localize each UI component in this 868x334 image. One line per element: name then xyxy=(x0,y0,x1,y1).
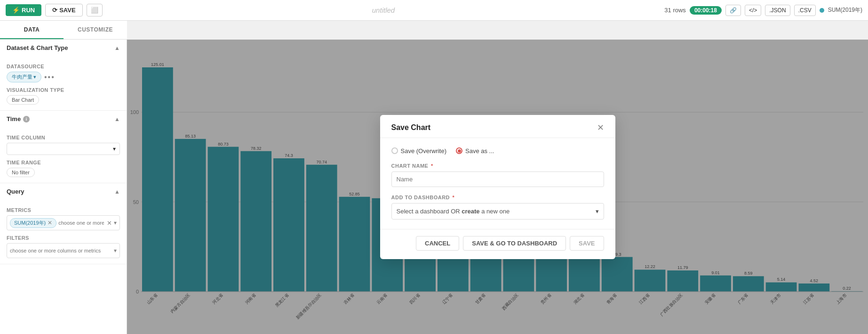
save-go-dashboard-button[interactable]: SAVE & GO TO DASHBOARD xyxy=(463,236,566,251)
link-icon-button[interactable]: 🔗 xyxy=(725,5,741,16)
filters-field[interactable]: ▾ xyxy=(7,243,120,258)
filters-input[interactable] xyxy=(10,248,112,253)
chart-area: 050100125.01山东省85.13内蒙古自治区80.73河北省78.32河… xyxy=(127,40,868,334)
dashboard-select-placeholder: Select a dashboard OR create a new one xyxy=(397,208,510,215)
modal-body: Save (Overwrite) Save as ... CHART NAME … xyxy=(380,138,615,229)
dashboard-label-text: ADD TO DASHBOARD xyxy=(391,195,450,200)
dashboard-select[interactable]: Select a dashboard OR create a new one ▾ xyxy=(391,203,604,220)
tab-data-label: DATA xyxy=(24,26,40,33)
legend-entry: SUM(2019年) xyxy=(820,6,862,14)
time-column-field[interactable]: ▾ xyxy=(7,143,120,155)
modal-footer: CANCEL SAVE & GO TO DASHBOARD SAVE xyxy=(380,229,615,259)
time-section-title: Time xyxy=(7,115,21,122)
metrics-input[interactable] xyxy=(58,220,104,226)
time-range-value: No filter xyxy=(12,170,30,175)
save-button[interactable]: ⟳ SAVE xyxy=(45,4,82,16)
time-column-label: TIME COLUMN xyxy=(7,135,120,140)
time-range-badge[interactable]: No filter xyxy=(7,168,35,177)
sidebar: Dataset & Chart Type ▲ DATASOURCE 牛肉产量 ▾… xyxy=(0,40,127,334)
metrics-label: METRICS xyxy=(7,207,120,213)
chart-name-field-label: CHART NAME * xyxy=(391,163,604,169)
save-chart-modal: Save Chart ✕ Save (Overwrite) Save as ..… xyxy=(380,115,615,259)
top-bar-right: 31 rows 00:00:18 🔗 </> .JSON .CSV SUM(20… xyxy=(664,5,862,16)
chart-name-label-text: CHART NAME xyxy=(391,163,429,169)
vis-type-value: Bar Chart xyxy=(12,97,34,103)
legend-dot xyxy=(820,8,824,13)
chart-name-input[interactable] xyxy=(391,171,604,187)
run-button[interactable]: ⚡ RUN xyxy=(6,4,41,16)
query-chevron-up-icon: ▲ xyxy=(114,188,120,195)
metrics-tag-close-icon[interactable]: ✕ xyxy=(48,220,52,226)
timer-badge: 00:00:18 xyxy=(690,6,722,15)
save-overwrite-radio[interactable] xyxy=(391,147,398,154)
cancel-button[interactable]: CANCEL xyxy=(416,236,459,251)
save-as-option[interactable]: Save as ... xyxy=(456,147,494,155)
time-column-chevron: ▾ xyxy=(113,146,116,152)
save-as-radio[interactable] xyxy=(456,147,462,154)
tab-data[interactable]: DATA xyxy=(0,21,64,39)
modal-title: Save Chart xyxy=(391,123,431,132)
datasource-row: 牛肉产量 ▾ ••• xyxy=(7,72,120,82)
rows-count: 31 rows xyxy=(664,7,686,14)
metrics-tag[interactable]: SUM(2019年) ✕ xyxy=(10,218,56,228)
datasource-value: 牛肉产量 xyxy=(12,73,32,81)
query-section: Query ▲ METRICS SUM(2019年) ✕ ✕ ▾ FILTERS xyxy=(0,183,127,264)
tab-customize[interactable]: CUSTOMIZE xyxy=(64,21,127,39)
filters-label: FILTERS xyxy=(7,235,120,241)
extra-icon-button[interactable]: ⬜ xyxy=(87,4,103,16)
chevron-down-icon: ▾ xyxy=(33,74,36,80)
modal-header: Save Chart ✕ xyxy=(380,115,615,138)
save-label: SAVE xyxy=(59,7,75,14)
datasource-more-icon[interactable]: ••• xyxy=(44,73,55,81)
time-section: Time i ▲ TIME COLUMN ▾ TIME RANGE No fil… xyxy=(0,111,127,183)
json-export-button[interactable]: .JSON xyxy=(765,5,790,16)
chart-name-required-star: * xyxy=(431,163,433,169)
modal-close-button[interactable]: ✕ xyxy=(597,123,604,132)
metrics-tag-label: SUM(2019年) xyxy=(14,220,46,227)
datasource-label: DATASOURCE xyxy=(7,64,120,69)
time-section-content: TIME COLUMN ▾ TIME RANGE No filter xyxy=(0,127,127,183)
metrics-dropdown-icon[interactable]: ▾ xyxy=(114,220,117,226)
save-as-label: Save as ... xyxy=(465,147,494,155)
time-info-icon: i xyxy=(23,116,30,122)
legend-label: SUM(2019年) xyxy=(828,6,862,14)
metrics-field[interactable]: SUM(2019年) ✕ ✕ ▾ xyxy=(7,215,120,230)
dashboard-required-star: * xyxy=(453,195,455,200)
tab-customize-label: CUSTOMIZE xyxy=(78,26,113,33)
vis-type-badge[interactable]: Bar Chart xyxy=(7,95,39,105)
metrics-clear-icon[interactable]: ✕ xyxy=(107,220,112,227)
query-section-content: METRICS SUM(2019年) ✕ ✕ ▾ FILTERS ▾ xyxy=(0,200,127,264)
dashboard-field-label: ADD TO DASHBOARD * xyxy=(391,195,604,200)
dataset-section: Dataset & Chart Type ▲ DATASOURCE 牛肉产量 ▾… xyxy=(0,40,127,111)
datasource-badge[interactable]: 牛肉产量 ▾ xyxy=(7,72,41,82)
dataset-section-title: Dataset & Chart Type xyxy=(7,44,68,51)
dataset-section-content: DATASOURCE 牛肉产量 ▾ ••• VISUALIZATION TYPE… xyxy=(0,56,127,110)
save-options-row: Save (Overwrite) Save as ... xyxy=(391,147,604,155)
dataset-section-header[interactable]: Dataset & Chart Type ▲ xyxy=(0,40,127,56)
filters-dropdown-icon[interactable]: ▾ xyxy=(114,247,117,254)
code-icon-button[interactable]: </> xyxy=(745,5,761,16)
top-bar: ⚡ RUN ⟳ SAVE ⬜ untitled 31 rows 00:00:18… xyxy=(0,0,868,21)
query-section-title: Query xyxy=(7,188,24,195)
chevron-up-icon: ▲ xyxy=(114,45,120,51)
run-icon: ⚡ xyxy=(12,7,20,14)
time-range-label: TIME RANGE xyxy=(7,160,120,165)
vis-type-label: VISUALIZATION TYPE xyxy=(7,87,120,93)
save-overwrite-label: Save (Overwrite) xyxy=(401,147,447,155)
save-icon: ⟳ xyxy=(52,7,57,14)
dashboard-select-chevron: ▾ xyxy=(596,208,599,215)
modal-overlay: Save Chart ✕ Save (Overwrite) Save as ..… xyxy=(127,40,868,334)
time-chevron-up-icon: ▲ xyxy=(114,116,120,122)
run-label: RUN xyxy=(22,7,35,14)
query-section-header[interactable]: Query ▲ xyxy=(0,183,127,200)
save-modal-button[interactable]: SAVE xyxy=(570,236,604,251)
save-overwrite-option[interactable]: Save (Overwrite) xyxy=(391,147,447,155)
chart-title: untitled xyxy=(106,6,661,14)
time-section-header[interactable]: Time i ▲ xyxy=(0,111,127,127)
csv-export-button[interactable]: .CSV xyxy=(794,5,816,16)
